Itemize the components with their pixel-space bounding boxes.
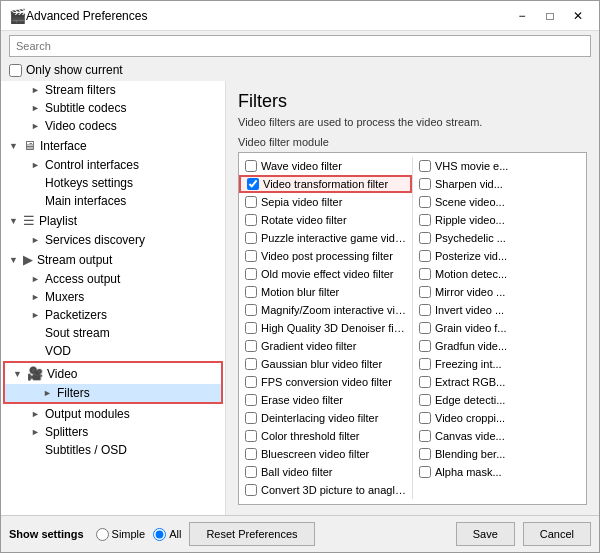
filter-checkbox-canvas[interactable] bbox=[419, 430, 431, 442]
maximize-button[interactable]: □ bbox=[537, 6, 563, 26]
filter-checkbox-crop[interactable] bbox=[419, 412, 431, 424]
filter-checkbox-motion-blur[interactable] bbox=[245, 286, 257, 298]
sidebar-item-hotkeys[interactable]: Hotkeys settings bbox=[1, 174, 225, 192]
filter-checkbox-color-threshold[interactable] bbox=[245, 430, 257, 442]
sidebar-item-output-modules[interactable]: ► Output modules bbox=[1, 405, 225, 423]
filter-checkbox-sepia[interactable] bbox=[245, 196, 257, 208]
only-show-current-checkbox[interactable] bbox=[9, 64, 22, 77]
filter-row-crop: Video croppi... bbox=[413, 409, 586, 427]
all-radio[interactable] bbox=[153, 528, 166, 541]
filter-checkbox-scene[interactable] bbox=[419, 196, 431, 208]
sidebar-group-stream-output[interactable]: ▼ ▶ Stream output bbox=[1, 249, 225, 270]
filter-checkbox-ball[interactable] bbox=[245, 466, 257, 478]
filter-checkbox-ripple[interactable] bbox=[419, 214, 431, 226]
sidebar-item-splitters[interactable]: ► Splitters bbox=[1, 423, 225, 441]
chevron-right-icon: ► bbox=[31, 103, 41, 113]
sidebar-group-label: Stream output bbox=[37, 253, 112, 267]
minimize-button[interactable]: − bbox=[509, 6, 535, 26]
chevron-right-icon: ► bbox=[31, 409, 41, 419]
filters-left-column: Wave video filter Video transformation f… bbox=[239, 157, 412, 499]
sidebar-item-sout-stream[interactable]: Sout stream bbox=[1, 324, 225, 342]
filter-checkbox-anaglyph[interactable] bbox=[245, 484, 257, 496]
filter-checkbox-motion-detect[interactable] bbox=[419, 268, 431, 280]
sidebar-item-services-discovery[interactable]: ► Services discovery bbox=[1, 231, 225, 249]
filter-label-invert: Invert video ... bbox=[435, 304, 580, 316]
chevron-down-icon: ▼ bbox=[9, 255, 19, 265]
filter-label-deinterlace: Deinterlacing video filter bbox=[261, 412, 406, 424]
filter-checkbox-magnify[interactable] bbox=[245, 304, 257, 316]
filter-row-wave: Wave video filter bbox=[239, 157, 412, 175]
cancel-button[interactable]: Cancel bbox=[523, 522, 591, 546]
search-bar bbox=[1, 31, 599, 61]
filter-checkbox-old-movie[interactable] bbox=[245, 268, 257, 280]
only-show-current-label[interactable]: Only show current bbox=[26, 63, 123, 77]
filter-row-grain: Grain video f... bbox=[413, 319, 586, 337]
filter-row-edge: Edge detecti... bbox=[413, 391, 586, 409]
filter-label-rotate: Rotate video filter bbox=[261, 214, 406, 226]
filter-label-mirror: Mirror video ... bbox=[435, 286, 580, 298]
search-input[interactable] bbox=[9, 35, 591, 57]
filter-label-bluescreen: Bluescreen video filter bbox=[261, 448, 406, 460]
sidebar-item-muxers[interactable]: ► Muxers bbox=[1, 288, 225, 306]
sidebar-label: Main interfaces bbox=[31, 194, 126, 208]
filter-checkbox-gradfun[interactable] bbox=[419, 340, 431, 352]
filter-checkbox-rotate[interactable] bbox=[245, 214, 257, 226]
close-button[interactable]: ✕ bbox=[565, 6, 591, 26]
filter-checkbox-deinterlace[interactable] bbox=[245, 412, 257, 424]
filter-label-gradfun: Gradfun vide... bbox=[435, 340, 580, 352]
sidebar-group-interface[interactable]: ▼ 🖥 Interface bbox=[1, 135, 225, 156]
sidebar-item-stream-filters[interactable]: ► Stream filters bbox=[1, 81, 225, 99]
filter-label-alpha: Alpha mask... bbox=[435, 466, 580, 478]
filter-checkbox-gradient[interactable] bbox=[245, 340, 257, 352]
filter-label-edge: Edge detecti... bbox=[435, 394, 580, 406]
filter-checkbox-vpp[interactable] bbox=[245, 250, 257, 262]
filter-checkbox-gaussian[interactable] bbox=[245, 358, 257, 370]
sidebar-item-control-interfaces[interactable]: ► Control interfaces bbox=[1, 156, 225, 174]
filter-label-fps: FPS conversion video filter bbox=[261, 376, 406, 388]
reset-preferences-button[interactable]: Reset Preferences bbox=[189, 522, 314, 546]
sidebar-item-subtitle-codecs[interactable]: ► Subtitle codecs bbox=[1, 99, 225, 117]
filter-checkbox-video-transformation[interactable] bbox=[247, 178, 259, 190]
main-content: ► Stream filters ► Subtitle codecs ► Vid… bbox=[1, 81, 599, 515]
vlc-icon: 🎬 bbox=[9, 8, 26, 24]
filter-row-scene: Scene video... bbox=[413, 193, 586, 211]
sidebar-item-packetizers[interactable]: ► Packetizers bbox=[1, 306, 225, 324]
filter-checkbox-psychedelic[interactable] bbox=[419, 232, 431, 244]
all-radio-label[interactable]: All bbox=[153, 528, 181, 541]
all-label: All bbox=[169, 528, 181, 540]
filter-checkbox-mirror[interactable] bbox=[419, 286, 431, 298]
filter-checkbox-extract-rgb[interactable] bbox=[419, 376, 431, 388]
filter-checkbox-erase[interactable] bbox=[245, 394, 257, 406]
sidebar-item-filters[interactable]: ► Filters bbox=[5, 384, 221, 402]
filter-checkbox-wave[interactable] bbox=[245, 160, 257, 172]
filter-checkbox-bluescreen[interactable] bbox=[245, 448, 257, 460]
sidebar-item-access-output[interactable]: ► Access output bbox=[1, 270, 225, 288]
filter-checkbox-fps[interactable] bbox=[245, 376, 257, 388]
sidebar-group-video[interactable]: ▼ 🎥 Video bbox=[5, 363, 221, 384]
filter-checkbox-invert[interactable] bbox=[419, 304, 431, 316]
filter-checkbox-puzzle[interactable] bbox=[245, 232, 257, 244]
filter-label-canvas: Canvas vide... bbox=[435, 430, 580, 442]
sidebar-item-main-interfaces[interactable]: Main interfaces bbox=[1, 192, 225, 210]
filter-label-video-transformation: Video transformation filter bbox=[263, 178, 404, 190]
filter-checkbox-posterize[interactable] bbox=[419, 250, 431, 262]
save-button[interactable]: Save bbox=[456, 522, 515, 546]
sidebar-item-subtitles-osd[interactable]: Subtitles / OSD bbox=[1, 441, 225, 459]
filter-row-anaglyph: Convert 3D picture to anaglyph image vid… bbox=[239, 481, 412, 499]
filter-row-extract-rgb: Extract RGB... bbox=[413, 373, 586, 391]
filter-checkbox-sharpen[interactable] bbox=[419, 178, 431, 190]
simple-radio[interactable] bbox=[96, 528, 109, 541]
filter-row-ball: Ball video filter bbox=[239, 463, 412, 481]
filter-checkbox-freeze[interactable] bbox=[419, 358, 431, 370]
filter-checkbox-alpha[interactable] bbox=[419, 466, 431, 478]
sidebar-group-playlist[interactable]: ▼ ☰ Playlist bbox=[1, 210, 225, 231]
filter-list: Wave video filter Video transformation f… bbox=[238, 152, 587, 505]
filter-checkbox-vhs[interactable] bbox=[419, 160, 431, 172]
filter-checkbox-grain[interactable] bbox=[419, 322, 431, 334]
filter-checkbox-edge[interactable] bbox=[419, 394, 431, 406]
sidebar-item-vod[interactable]: VOD bbox=[1, 342, 225, 360]
simple-radio-label[interactable]: Simple bbox=[96, 528, 146, 541]
sidebar-item-video-codecs[interactable]: ► Video codecs bbox=[1, 117, 225, 135]
filter-checkbox-blending[interactable] bbox=[419, 448, 431, 460]
filter-checkbox-hq3d[interactable] bbox=[245, 322, 257, 334]
